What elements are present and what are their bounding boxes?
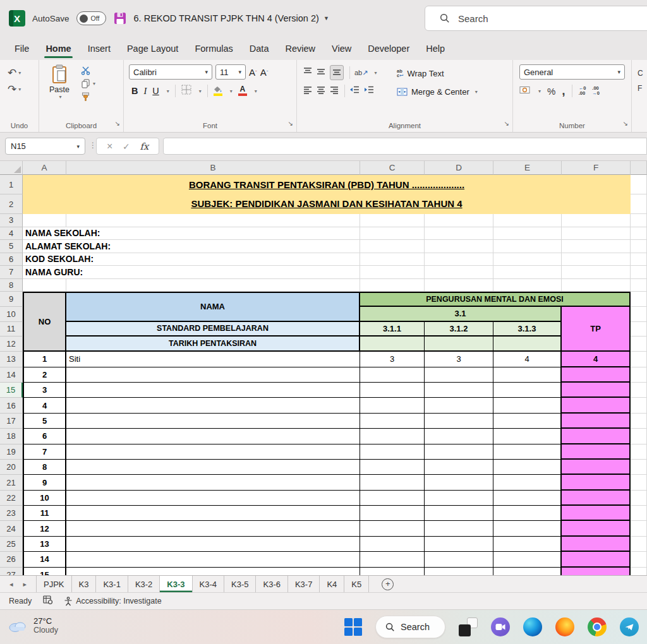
header-nama[interactable]: NAMA xyxy=(66,292,360,322)
row-header-2[interactable]: 2 xyxy=(0,194,23,214)
cell-E23[interactable] xyxy=(493,506,562,521)
borders-dropdown[interactable]: ▾ xyxy=(199,88,202,94)
cell-B18[interactable] xyxy=(66,429,360,444)
cell-kod-sekolah[interactable]: KOD SEKOLAH: xyxy=(23,253,360,266)
empty-cell[interactable] xyxy=(23,279,66,292)
empty-cell[interactable] xyxy=(493,214,562,227)
row-header-1[interactable]: 1 xyxy=(0,175,23,194)
paste-button[interactable]: Paste ▾ xyxy=(44,64,75,119)
sheet-tab-k3-6[interactable]: K3-6 xyxy=(256,576,287,592)
cell-D19[interactable] xyxy=(425,444,493,460)
row-header-14[interactable]: 14 xyxy=(0,367,23,383)
empty-cell[interactable] xyxy=(631,352,647,367)
cell-B25[interactable] xyxy=(66,537,360,552)
cell-B16[interactable] xyxy=(66,398,360,413)
row-header-17[interactable]: 17 xyxy=(0,414,23,429)
align-left-button[interactable] xyxy=(303,85,312,97)
chrome-browser-icon[interactable] xyxy=(588,617,607,636)
align-top-button[interactable] xyxy=(303,67,312,78)
empty-cell[interactable] xyxy=(425,227,493,241)
weather-widget[interactable]: 27°C Cloudy xyxy=(8,616,58,635)
cell-C18[interactable] xyxy=(360,429,425,444)
cell-D18[interactable] xyxy=(425,429,493,444)
cell-F15[interactable] xyxy=(562,383,631,398)
sheet-tab-k3-7[interactable]: K3-7 xyxy=(288,576,320,592)
row-header-11[interactable]: 11 xyxy=(0,322,23,337)
menu-tab-developer[interactable]: Developer xyxy=(360,37,418,60)
cell-B19[interactable] xyxy=(66,444,360,460)
cell-tarikh-3[interactable] xyxy=(493,337,562,352)
cell-A23[interactable]: 11 xyxy=(23,506,66,521)
cell-A13[interactable]: 1 xyxy=(23,352,66,367)
menu-tab-help[interactable]: Help xyxy=(418,37,453,60)
cell-A19[interactable]: 7 xyxy=(23,444,66,460)
cell-C25[interactable] xyxy=(360,537,425,552)
empty-cell[interactable] xyxy=(425,266,493,279)
cell-D17[interactable] xyxy=(425,414,493,429)
merge-center-button[interactable]: Merge & Center ▾ xyxy=(397,83,512,100)
save-icon[interactable] xyxy=(113,11,127,25)
font-name-combobox[interactable]: Calibri▾ xyxy=(129,64,212,80)
telegram-app-icon[interactable] xyxy=(620,617,639,636)
row-header-23[interactable]: 23 xyxy=(0,506,23,521)
empty-cell[interactable] xyxy=(631,337,647,352)
row-header-3[interactable]: 3 xyxy=(0,214,23,227)
row-header-13[interactable]: 13 xyxy=(0,352,23,367)
firefox-browser-icon[interactable] xyxy=(555,617,574,636)
cell-B15[interactable] xyxy=(66,383,360,398)
row-header-4[interactable]: 4 xyxy=(0,227,23,241)
row-header-5[interactable]: 5 xyxy=(0,240,23,253)
cell-D15[interactable] xyxy=(425,383,493,398)
macro-record-button[interactable] xyxy=(43,595,52,607)
cell-E14[interactable] xyxy=(493,367,562,383)
font-size-combobox[interactable]: 11▾ xyxy=(215,64,246,80)
cell-A18[interactable]: 6 xyxy=(23,429,66,444)
row-header-19[interactable]: 19 xyxy=(0,444,23,460)
cell-C19[interactable] xyxy=(360,444,425,460)
empty-cell[interactable] xyxy=(425,279,493,292)
cell-D23[interactable] xyxy=(425,506,493,521)
cell-D13[interactable]: 3 xyxy=(425,352,493,367)
header-substandard-1[interactable]: 3.1.1 xyxy=(360,322,425,337)
sheet-tab-k3-4[interactable]: K3-4 xyxy=(193,576,224,592)
empty-cell[interactable] xyxy=(631,214,647,227)
cell-F22[interactable] xyxy=(562,491,631,506)
row-header-25[interactable]: 25 xyxy=(0,537,23,552)
cell-F14[interactable] xyxy=(562,367,631,383)
cell-C17[interactable] xyxy=(360,414,425,429)
cell-E26[interactable] xyxy=(493,552,562,567)
cell-B21[interactable] xyxy=(66,475,360,490)
empty-cell[interactable] xyxy=(562,227,631,241)
redo-button[interactable]: ↷▾ xyxy=(0,81,39,97)
cell-C20[interactable] xyxy=(360,460,425,475)
menu-tab-page-layout[interactable]: Page Layout xyxy=(119,37,186,60)
empty-cell[interactable] xyxy=(631,292,647,307)
empty-cell[interactable] xyxy=(631,240,647,253)
empty-cell[interactable] xyxy=(631,552,647,567)
underline-button[interactable]: U xyxy=(152,86,159,96)
cell-F26[interactable] xyxy=(562,552,631,567)
cell-E13[interactable]: 4 xyxy=(493,352,562,367)
cell-C21[interactable] xyxy=(360,475,425,490)
sheet-nav-right-icon[interactable]: ▸ xyxy=(23,580,27,588)
row-header-7[interactable]: 7 xyxy=(0,266,23,279)
cell-F27[interactable] xyxy=(562,568,631,575)
font-dialog-launcher[interactable]: ↘ xyxy=(288,120,293,127)
empty-cell[interactable] xyxy=(631,460,647,475)
task-view-button[interactable] xyxy=(459,617,478,636)
header-domain[interactable]: PENGURUSAN MENTAL DAN EMOSI xyxy=(360,292,631,307)
empty-cell[interactable] xyxy=(493,266,562,279)
formula-input[interactable] xyxy=(163,138,647,155)
italic-button[interactable]: I xyxy=(143,86,147,97)
cell-tarikh-2[interactable] xyxy=(425,337,493,352)
cell-E16[interactable] xyxy=(493,398,562,413)
accounting-format-button[interactable] xyxy=(519,85,530,97)
row-header-27[interactable]: 27 xyxy=(0,568,23,575)
cell-B26[interactable] xyxy=(66,552,360,567)
column-header-F[interactable]: F xyxy=(562,161,631,175)
enter-icon[interactable]: ✓ xyxy=(123,141,130,152)
cell-C23[interactable] xyxy=(360,506,425,521)
percent-style-button[interactable]: % xyxy=(547,86,555,97)
cell-D26[interactable] xyxy=(425,552,493,567)
cell-A16[interactable]: 4 xyxy=(23,398,66,413)
